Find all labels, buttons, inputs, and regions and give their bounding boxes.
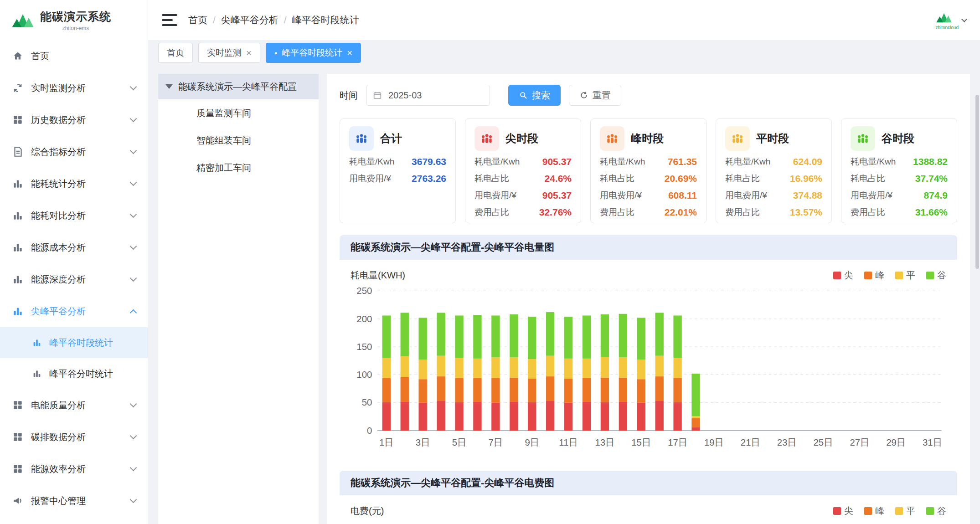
legend-item[interactable]: 平 <box>895 505 915 517</box>
sidebar-item-realtime-monitor[interactable]: 实时监测分析 <box>0 72 148 104</box>
sidebar-item-label: 峰平谷分时统计 <box>49 368 113 380</box>
chevron-down-icon <box>130 432 137 439</box>
tab-realtime-monitor[interactable]: 实时监测 × <box>198 43 260 63</box>
people-icon <box>725 126 750 151</box>
chevron-down-icon <box>130 400 137 407</box>
stat-value: 374.88 <box>793 190 822 201</box>
y-axis-label: 耗电量(KWH) <box>351 269 405 282</box>
chevron-down-icon <box>130 496 137 503</box>
chevron-down-icon <box>130 147 137 154</box>
legend-item[interactable]: 尖 <box>833 269 853 282</box>
sidebar-item-power-quality[interactable]: 电能质量分析 <box>0 389 148 421</box>
time-filter-label: 时间 <box>340 89 358 102</box>
chevron-down-icon <box>961 16 967 22</box>
breadcrumb-peak-valley[interactable]: 尖峰平谷分析 <box>221 14 279 26</box>
sidebar-item-peak-valley[interactable]: 尖峰平谷分析 <box>0 295 148 327</box>
sync-icon <box>12 82 24 94</box>
stat-value: 905.37 <box>542 156 572 167</box>
sidebar-item-peak-valley-period-stats[interactable]: 峰平谷时段统计 <box>0 327 148 358</box>
stat-value: 20.69% <box>665 173 697 184</box>
stat-card-title: 峰时段 <box>631 131 664 146</box>
search-icon <box>519 91 528 100</box>
breadcrumb-separator: / <box>284 15 287 26</box>
bar-chart-icon <box>12 305 24 317</box>
stat-label: 耗电量/Kwh <box>851 156 896 168</box>
sidebar-item-carbon-data[interactable]: 碳排数据分析 <box>0 421 148 453</box>
people-icon <box>851 126 875 151</box>
sidebar-item-energy-depth[interactable]: 能源深度分析 <box>0 263 148 295</box>
stat-card-flat-period: 平时段 耗电量/Kwh624.09 耗电占比16.96% 用电费用/¥374.8… <box>716 118 832 223</box>
stat-value: 31.66% <box>915 207 948 218</box>
sidebar-item-home[interactable]: 首页 <box>0 40 148 72</box>
people-icon <box>600 126 624 151</box>
stat-card-title: 合计 <box>380 131 402 146</box>
sidebar-item-energy-stats[interactable]: 能耗统计分析 <box>0 168 148 200</box>
sidebar-item-composite-index[interactable]: 综合指标分析 <box>0 136 148 168</box>
app-window: 能碳演示系统 zhiton-ems 首页 实时监测分析 历史数据分析 综合指标分 <box>0 0 980 524</box>
reset-button-label: 重置 <box>593 89 611 102</box>
stat-value: 624.09 <box>793 156 822 167</box>
tree-root-node[interactable]: 能碳系统演示—尖峰平谷配置 <box>158 74 319 99</box>
account-menu[interactable]: zhitoncloud <box>935 10 966 30</box>
stat-label: 耗电量/Kwh <box>475 156 520 168</box>
stat-value: 3679.63 <box>412 156 446 167</box>
month-picker-input[interactable] <box>366 85 490 106</box>
close-icon[interactable]: × <box>347 48 352 57</box>
legend-item[interactable]: 峰 <box>864 505 884 517</box>
legend-swatch <box>926 272 934 279</box>
tab-peak-valley-period-stats[interactable]: ● 峰平谷时段统计 × <box>266 43 361 63</box>
search-button[interactable]: 搜索 <box>508 85 561 106</box>
svg-text:15日: 15日 <box>631 437 651 447</box>
bar-chart-icon <box>12 210 24 221</box>
people-icon <box>475 126 499 151</box>
chevron-down-icon <box>130 274 137 282</box>
svg-text:1日: 1日 <box>379 437 394 447</box>
tree-node-assembly-workshop[interactable]: 智能组装车间 <box>158 127 319 154</box>
legend-item[interactable]: 谷 <box>926 269 946 282</box>
tree-node-quality-workshop[interactable]: 质量监测车间 <box>158 99 319 127</box>
sidebar-item-energy-compare[interactable]: 能耗对比分析 <box>0 200 148 231</box>
svg-text:27日: 27日 <box>850 437 869 447</box>
stat-card-title: 平时段 <box>756 131 789 146</box>
legend-item[interactable]: 平 <box>895 269 915 282</box>
tab-home[interactable]: 首页 <box>158 43 193 63</box>
sidebar-item-label: 首页 <box>31 50 49 62</box>
grid-icon <box>12 431 24 443</box>
collapse-menu-icon[interactable] <box>162 14 177 26</box>
sidebar-item-energy-efficiency[interactable]: 能源效率分析 <box>0 453 148 485</box>
sidebar-item-alarm-center[interactable]: 报警中心管理 <box>0 485 148 517</box>
chevron-down-icon <box>130 242 137 250</box>
legend-item[interactable]: 尖 <box>833 505 853 517</box>
sidebar-item-peak-valley-time-stats[interactable]: 峰平谷分时统计 <box>0 358 148 389</box>
reset-button[interactable]: 重置 <box>569 85 621 106</box>
stat-label: 费用占比 <box>725 206 760 218</box>
svg-text:21日: 21日 <box>741 437 760 447</box>
close-icon[interactable]: × <box>246 48 252 57</box>
scrollbar-thumb[interactable] <box>975 95 979 269</box>
config-tree-panel: 能碳系统演示—尖峰平谷配置 质量监测车间 智能组装车间 精密加工车间 <box>158 74 319 524</box>
stat-card-sharp-period: 尖时段 耗电量/Kwh905.37 耗电占比24.6% 用电费用/¥905.37… <box>465 118 581 223</box>
svg-text:31日: 31日 <box>923 437 942 447</box>
grid-icon <box>12 399 24 411</box>
chevron-down-icon <box>130 464 137 471</box>
sidebar-item-label: 实时监测分析 <box>31 82 86 94</box>
sidebar-item-energy-cost[interactable]: 能源成本分析 <box>0 231 148 263</box>
breadcrumb-home[interactable]: 首页 <box>188 14 207 26</box>
sidebar-item-label: 报警中心管理 <box>31 495 86 507</box>
stat-value: 13.57% <box>790 207 822 218</box>
svg-text:29日: 29日 <box>886 437 906 447</box>
sidebar-item-label: 电能质量分析 <box>31 399 86 411</box>
legend-swatch <box>833 272 841 279</box>
tree-node-precision-workshop[interactable]: 精密加工车间 <box>158 154 319 181</box>
stat-label: 耗电占比 <box>851 173 885 185</box>
legend-item[interactable]: 峰 <box>864 269 884 282</box>
bar-chart-icon <box>12 241 24 253</box>
chart-legend: 尖峰平谷 <box>833 269 946 282</box>
svg-text:0: 0 <box>367 426 372 436</box>
sidebar-item-history-data[interactable]: 历史数据分析 <box>0 104 148 136</box>
stat-card-title: 谷时段 <box>882 131 914 146</box>
legend-item[interactable]: 谷 <box>926 505 946 517</box>
stat-value: 37.74% <box>915 173 948 184</box>
stat-label: 耗电量/Kwh <box>349 156 394 168</box>
stat-value: 874.9 <box>923 190 948 201</box>
